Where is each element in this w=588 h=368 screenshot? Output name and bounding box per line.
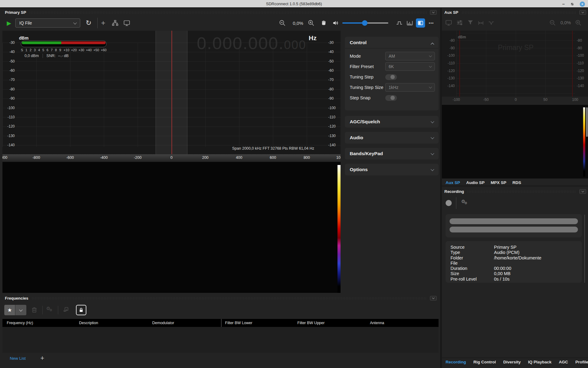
frequency-axis[interactable]: -1000-800-600-400-20002004006008001000	[2, 154, 341, 162]
bandwidth-icon[interactable]	[477, 20, 484, 26]
tuning-center-line[interactable]	[172, 31, 172, 154]
aux-watermark-label: Primary SP	[456, 44, 575, 52]
db-tick-label: -140	[4, 142, 15, 148]
add-list-icon[interactable]: +	[40, 354, 44, 362]
column-header[interactable]: Demodulator	[148, 321, 221, 325]
waterfall-display[interactable]	[2, 162, 341, 293]
tab-iq-playback[interactable]: IQ Playback	[528, 360, 552, 364]
info-value: Audio (PCM)	[494, 250, 519, 255]
window-title: SDRconnect 1.0.5 (583e89db6)	[266, 2, 322, 6]
frequency-readout[interactable]: 0.000.000.000	[197, 33, 306, 53]
column-header[interactable]: Frequency (Hz)	[2, 321, 75, 325]
collapsed-section-title: Bands/KeyPad	[350, 151, 383, 156]
tab-profiles[interactable]: Profiles	[575, 360, 588, 364]
split-view-button[interactable]	[416, 18, 425, 28]
frequencies-title: Frequencies	[5, 296, 28, 301]
tab-rds[interactable]: RDS	[512, 180, 521, 185]
tab-mpx-sp[interactable]: MPX SP	[491, 180, 506, 185]
sliders-icon[interactable]	[456, 19, 463, 26]
recording-collapse-button[interactable]	[579, 189, 586, 194]
notch-filter-icon[interactable]	[488, 20, 495, 26]
trash-icon[interactable]	[31, 306, 38, 314]
record-button[interactable]	[446, 200, 452, 206]
frequencies-table-body[interactable]	[2, 327, 439, 353]
aux-waterfall-display[interactable]	[442, 105, 588, 178]
collapsed-section-header[interactable]: Audio	[345, 132, 439, 144]
lock-button[interactable]	[76, 305, 86, 315]
zoom-in-icon[interactable]	[307, 19, 315, 27]
mode-select[interactable]: AM	[385, 52, 435, 60]
tab-agc[interactable]: AGC	[559, 360, 568, 364]
refresh-icon[interactable]: ↻	[86, 19, 91, 27]
frequency-tick-label: 0	[515, 98, 517, 102]
control-section-header[interactable]: Control	[345, 37, 439, 48]
volume-slider[interactable]	[342, 22, 388, 24]
column-header[interactable]: Description	[75, 321, 148, 325]
square-wave-icon[interactable]	[396, 19, 403, 27]
add-device-icon[interactable]: +	[101, 19, 105, 27]
pan-hand-icon[interactable]	[320, 20, 327, 26]
tab-recording[interactable]: Recording	[446, 360, 466, 364]
aux-zoom-level-value: 0,0%	[557, 20, 574, 25]
network-icon[interactable]	[111, 19, 119, 27]
tab-aux-sp[interactable]: Aux SP	[446, 180, 460, 185]
tuning-step-toggle[interactable]	[385, 74, 397, 80]
tab-audio-sp[interactable]: Audio SP	[466, 180, 484, 185]
column-header[interactable]: Antenna	[366, 321, 439, 325]
tab-rig-control[interactable]: Rig Control	[473, 360, 496, 364]
tuning-step-row: Tuning Step	[345, 72, 439, 82]
close-icon[interactable]: ×	[580, 2, 585, 7]
frequencies-footer: New List +	[10, 354, 44, 362]
spectrum-unit-label: dBm	[19, 36, 28, 40]
s-meter: S123456789 +10+20+30+40+50+60 0,0 dBm SN…	[21, 40, 110, 58]
spectrum-db-axis-right: -30-40-50-60-70-80-90-100-110-120-130-14…	[328, 40, 339, 148]
control-section: Control Mode AM Filter Preset 6K Tuning …	[345, 37, 439, 110]
import-list-icon[interactable]	[62, 306, 69, 314]
zoom-out-icon[interactable]	[279, 19, 286, 27]
toolbar-separator	[42, 306, 43, 314]
star-icon[interactable]: ★	[4, 305, 15, 315]
restore-icon[interactable]	[570, 2, 574, 6]
volume-slider-knob[interactable]	[362, 20, 368, 26]
filter-preset-select[interactable]: 6K	[385, 62, 435, 71]
monitor-icon[interactable]	[123, 19, 130, 27]
recording-settings-icon[interactable]: ⚙ ⚙	[461, 199, 469, 207]
collapsed-section-title: AGC/Squelch	[350, 119, 380, 125]
zoom-in-icon[interactable]	[575, 19, 582, 26]
frequencies-collapse-button[interactable]	[430, 296, 437, 301]
spectrum-display[interactable]: dBm -30-40-50-60-70-80-90-100-110-120-13…	[2, 31, 341, 154]
aux-waterfall-colorbar	[583, 107, 585, 177]
minimize-icon[interactable]: –	[562, 2, 565, 6]
span-info-label: Span 2000,0 kHz FFT 32768 Pts RBW 61,04 …	[232, 146, 314, 151]
recording-scrollbar[interactable]	[584, 215, 585, 283]
s-meter-scale: S123456789 +10+20+30+40+50+60	[21, 48, 107, 52]
zoom-out-icon[interactable]	[549, 19, 556, 26]
step-snap-toggle[interactable]	[385, 95, 397, 101]
s-meter-tick: 4	[38, 48, 40, 52]
new-list-link[interactable]: New List	[10, 356, 26, 361]
collapsed-section-header[interactable]: Options	[345, 164, 439, 175]
spectrum-analyzer-icon[interactable]	[406, 19, 413, 27]
aux-sp-collapse-button[interactable]	[579, 10, 586, 15]
db-tick-label: -60	[4, 67, 15, 74]
collapsed-section-header[interactable]: AGC/Squelch	[345, 116, 439, 128]
more-options-icon[interactable]: •••	[429, 21, 434, 25]
source-select[interactable]: IQ File	[15, 18, 80, 28]
db-tick-label: -80	[328, 86, 339, 92]
column-header[interactable]: Filter BW Lower	[221, 321, 293, 325]
play-icon[interactable]: ▶	[7, 20, 11, 27]
volume-icon[interactable]	[332, 19, 339, 27]
column-header[interactable]: Filter BW Upper	[293, 321, 366, 325]
tuning-step-size-select[interactable]: 1kHz	[385, 83, 435, 92]
aux-scrollbar-thumb[interactable]	[586, 107, 588, 137]
list-settings-icon[interactable]: ⚙ ⚙	[46, 306, 54, 314]
primary-sp-collapse-button[interactable]	[430, 10, 437, 15]
favorite-dropdown-button[interactable]	[15, 305, 26, 315]
recording-level-bar	[450, 218, 578, 224]
chevron-down-icon	[429, 65, 432, 68]
collapsed-section-header[interactable]: Bands/KeyPad	[345, 148, 439, 159]
tab-diversity[interactable]: Diversity	[503, 360, 521, 364]
filter-funnel-icon[interactable]	[467, 19, 474, 26]
aux-spectrum-display[interactable]: Primary SP dBm -80-90-100-110-120-130-14…	[442, 31, 588, 97]
monitor-icon[interactable]	[445, 19, 452, 26]
